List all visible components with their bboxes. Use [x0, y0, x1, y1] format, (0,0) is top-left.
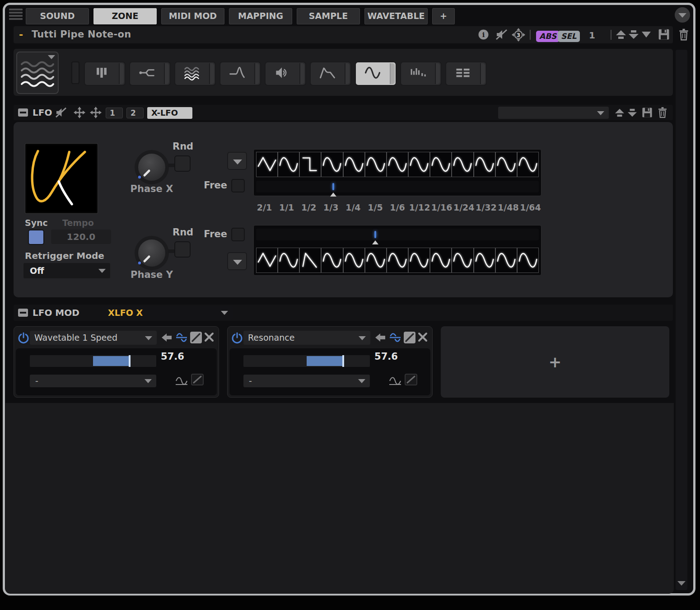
move-module-icon[interactable]: [73, 106, 86, 121]
phase-y-knob[interactable]: [133, 234, 171, 274]
phase-y-rnd-checkbox[interactable]: [174, 241, 191, 258]
tab-midi-mod[interactable]: MIDI MOD: [161, 8, 224, 24]
tab-zone[interactable]: ZONE: [93, 8, 157, 24]
tempo-field[interactable]: 120.0: [51, 230, 111, 244]
waveform-cell-sine[interactable]: [430, 248, 452, 273]
module-button-keyboard[interactable]: [84, 61, 126, 86]
mod-secondary-source-select[interactable]: -: [243, 375, 370, 387]
lfo-mod-source-select[interactable]: XLFO X: [102, 306, 233, 319]
waveform-cell-sine[interactable]: [495, 248, 517, 273]
curve-editor-button[interactable]: [190, 332, 202, 343]
waveform-cell-sine[interactable]: [408, 152, 430, 177]
sync-checkbox[interactable]: [28, 230, 44, 245]
waveform-cell-sine[interactable]: [495, 152, 517, 177]
waveform-x-menu-button[interactable]: [227, 152, 247, 170]
phase-x-rnd-checkbox[interactable]: [174, 155, 191, 172]
window-dropdown-button[interactable]: [675, 7, 690, 23]
waveform-cell-sine[interactable]: [278, 152, 299, 177]
tab-mapping[interactable]: MAPPING: [229, 8, 292, 24]
mod-secondary-source-select[interactable]: -: [30, 375, 156, 387]
mod-destination-select[interactable]: Wavetable 1 Speed: [30, 331, 157, 345]
save-icon[interactable]: [641, 107, 653, 120]
waveform-cell-sine[interactable]: [278, 248, 299, 273]
tab-wavetable[interactable]: WAVETABLE: [364, 8, 428, 24]
mute-icon[interactable]: [55, 107, 67, 120]
waveform-cell-sine[interactable]: [365, 152, 387, 177]
waveform-cell-sine[interactable]: [430, 152, 452, 177]
sine-shape-icon[interactable]: [175, 375, 188, 388]
xlfo-tab-button[interactable]: X-LFO: [147, 107, 192, 119]
power-icon[interactable]: [18, 332, 29, 346]
waveform-cell-sine[interactable]: [365, 248, 387, 273]
power-icon[interactable]: [231, 332, 243, 346]
move-module-icon[interactable]: [89, 106, 102, 121]
scrollbar[interactable]: [676, 50, 687, 590]
waveform-cell-sine[interactable]: [452, 248, 473, 273]
tab-add[interactable]: +: [432, 8, 455, 24]
curve-shape-button[interactable]: [191, 374, 204, 385]
back-arrow-icon[interactable]: [375, 333, 386, 344]
save-icon[interactable]: [658, 28, 670, 42]
mod-depth-slider[interactable]: [30, 355, 156, 367]
bipolar-curve-icon[interactable]: [389, 332, 401, 345]
waveform-cell-sine[interactable]: [343, 248, 365, 273]
back-arrow-icon[interactable]: [161, 333, 172, 344]
module-button-lfo-sine[interactable]: [355, 61, 397, 86]
mod-destination-select[interactable]: Resonance: [243, 331, 370, 345]
module-button-step-modulator[interactable]: [400, 61, 442, 86]
trash-icon[interactable]: [677, 28, 690, 42]
mod-depth-value[interactable]: 57.6: [145, 351, 200, 362]
bipolar-curve-icon[interactable]: [175, 332, 188, 345]
speed-y-slider[interactable]: [256, 229, 539, 240]
speed-x-slider[interactable]: [256, 181, 539, 192]
waveform-cell-sine[interactable]: [452, 152, 473, 177]
lfo-layer-1-button[interactable]: 1: [106, 108, 123, 118]
wavetable-zone-icon[interactable]: [16, 52, 59, 94]
move-down-icon[interactable]: [627, 108, 638, 119]
phase-x-knob[interactable]: [133, 148, 171, 188]
waveform-cell-sine[interactable]: [474, 152, 495, 177]
waveform-cell-triangle[interactable]: [256, 248, 278, 273]
trash-icon[interactable]: [657, 106, 668, 120]
free-x-checkbox[interactable]: [231, 179, 245, 192]
waveform-cell-sine[interactable]: [321, 152, 343, 177]
mute-icon[interactable]: [495, 29, 508, 42]
mod-depth-slider[interactable]: [243, 355, 370, 367]
module-button-amplifier[interactable]: [265, 61, 306, 86]
waveform-cell-saw[interactable]: [299, 248, 321, 273]
waveform-cell-sine[interactable]: [517, 248, 539, 273]
dropdown-caret-icon[interactable]: [641, 31, 651, 40]
tab-sound[interactable]: SOUND: [26, 8, 89, 24]
move-up-icon[interactable]: [614, 108, 625, 119]
waveform-cell-triangle[interactable]: [256, 152, 278, 177]
waveform-y-menu-button[interactable]: [227, 252, 247, 270]
curve-editor-button[interactable]: [404, 332, 415, 343]
mod-depth-value[interactable]: 57.6: [359, 351, 413, 362]
abs-toggle[interactable]: ABS: [536, 31, 560, 42]
scroll-down-icon[interactable]: [677, 581, 686, 586]
waveform-cell-sine[interactable]: [343, 152, 365, 177]
collapse-icon[interactable]: [18, 108, 28, 117]
retrigger-select[interactable]: Off: [23, 263, 110, 278]
waveform-cell-sine[interactable]: [321, 248, 343, 273]
close-icon[interactable]: [204, 332, 214, 344]
waveform-cell-sine[interactable]: [474, 248, 495, 273]
sine-shape-icon[interactable]: [388, 375, 402, 388]
module-button-matrix[interactable]: [445, 61, 487, 86]
lfo-preset-select[interactable]: [498, 107, 609, 119]
sel-toggle[interactable]: SEL: [558, 31, 580, 42]
move-down-icon[interactable]: [628, 29, 639, 42]
waveform-cell-sine[interactable]: [408, 248, 430, 273]
tab-sample[interactable]: SAMPLE: [297, 8, 360, 24]
locator-3-icon[interactable]: 3: [512, 28, 525, 43]
lfo-layer-2-button[interactable]: 2: [126, 108, 144, 118]
waveform-cell-sine[interactable]: [517, 152, 539, 177]
free-y-checkbox[interactable]: [231, 228, 245, 241]
curve-shape-button[interactable]: [405, 374, 417, 385]
info-icon[interactable]: i: [478, 29, 489, 42]
move-up-icon[interactable]: [615, 29, 627, 42]
menu-icon[interactable]: [9, 7, 23, 21]
add-mod-slot[interactable]: +: [441, 326, 669, 398]
waveform-cell-sine[interactable]: [387, 152, 408, 177]
module-button-wavetable[interactable]: [174, 61, 216, 86]
